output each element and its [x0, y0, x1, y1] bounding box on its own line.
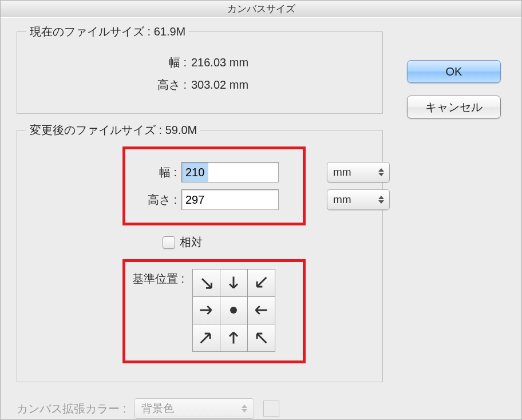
new-size-group-label: 変更後のファイルサイズ : 59.0M — [26, 122, 200, 138]
anchor-left[interactable] — [192, 296, 220, 324]
extension-color-row: カンバス拡張カラー : 背景色 — [17, 398, 505, 419]
anchor-right[interactable] — [247, 296, 275, 324]
cancel-button[interactable]: キャンセル — [407, 96, 501, 118]
arrow-left-icon — [253, 302, 269, 318]
relative-checkbox-label: 相対 — [180, 235, 203, 250]
current-size-group: 現在のファイルサイズ : 61.9M 幅 : 216.03 mm 高さ : 30… — [17, 31, 383, 114]
canvas-size-dialog: カンバスサイズ OK キャンセル 現在のファイルサイズ : 61.9M 幅 : … — [0, 0, 522, 420]
current-width-label: 幅 : — [31, 55, 191, 70]
anchor-top[interactable] — [220, 269, 248, 297]
anchor-top-left[interactable] — [192, 269, 220, 297]
current-height-value: 303.02 mm — [191, 78, 248, 92]
new-height-input[interactable] — [181, 189, 279, 210]
stepper-arrows-icon — [377, 164, 386, 180]
new-height-unit-select[interactable]: mm — [327, 189, 390, 210]
anchor-top-right[interactable] — [247, 269, 275, 297]
current-height-label: 高さ : — [31, 77, 191, 93]
anchor-bottom[interactable] — [220, 324, 248, 352]
anchor-grid — [192, 269, 275, 351]
extension-color-select[interactable]: 背景色 — [134, 398, 254, 419]
ok-button-label: OK — [446, 65, 462, 78]
new-height-label: 高さ : — [132, 192, 181, 208]
anchor-center[interactable] — [220, 296, 248, 324]
cancel-button-label: キャンセル — [425, 100, 483, 115]
new-size-group: 変更後のファイルサイズ : 59.0M 幅 : mm — [17, 130, 383, 382]
arrow-up-left-icon — [198, 275, 214, 291]
anchor-label: 基準位置 : — [132, 269, 184, 287]
stepper-arrows-icon — [240, 401, 249, 417]
anchor-center-dot-icon — [230, 307, 237, 314]
arrow-down-icon — [226, 275, 242, 291]
current-size-group-label: 現在のファイルサイズ : 61.9M — [26, 24, 189, 39]
new-width-input[interactable] — [181, 162, 279, 183]
new-width-unit-value: mm — [333, 166, 351, 179]
extension-color-value: 背景色 — [141, 401, 174, 416]
current-width-value: 216.03 mm — [191, 56, 248, 69]
size-highlight-box: 幅 : mm 高さ : — [122, 146, 306, 225]
extension-color-label: カンバス拡張カラー : — [17, 401, 126, 417]
stepper-arrows-icon — [377, 192, 386, 208]
relative-checkbox[interactable] — [163, 236, 175, 249]
arrow-right-icon — [198, 302, 214, 318]
new-height-unit-value: mm — [333, 193, 351, 206]
new-width-label: 幅 : — [132, 165, 181, 180]
dialog-titlebar: カンバスサイズ — [1, 1, 521, 18]
dialog-content: OK キャンセル 現在のファイルサイズ : 61.9M 幅 : 216.03 m… — [1, 18, 521, 420]
extension-color-swatch[interactable] — [263, 401, 279, 417]
anchor-bottom-left[interactable] — [192, 324, 220, 352]
anchor-bottom-right[interactable] — [247, 324, 275, 352]
arrow-up-right-icon — [198, 330, 214, 346]
anchor-highlight-box: 基準位置 : — [122, 259, 306, 363]
ok-button[interactable]: OK — [407, 60, 501, 83]
arrow-up-icon — [226, 330, 242, 346]
arrow-down-left-icon — [253, 275, 269, 291]
new-width-unit-select[interactable]: mm — [327, 162, 390, 183]
arrow-up-left-icon — [253, 330, 269, 346]
dialog-title: カンバスサイズ — [227, 2, 295, 15]
dialog-buttons: OK キャンセル — [407, 60, 501, 118]
